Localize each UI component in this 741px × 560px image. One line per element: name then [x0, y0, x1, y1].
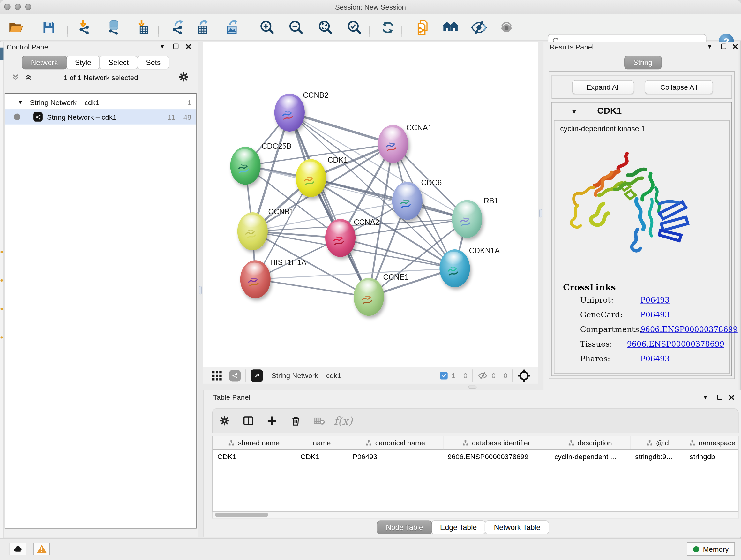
expand-all-button[interactable]: Expand All [572, 80, 634, 94]
toolbar-separator [369, 18, 369, 37]
column-header[interactable]: @id [630, 436, 685, 450]
tab-style[interactable]: Style [66, 56, 100, 69]
right-splitter-handle[interactable] [539, 209, 542, 218]
table-cell[interactable]: 9606.ENSP00000378699 [443, 450, 550, 463]
tab-edge-table[interactable]: Edge Table [431, 520, 486, 534]
save-session-icon[interactable] [39, 18, 58, 37]
table-settings-gear-icon[interactable] [212, 416, 236, 426]
column-header[interactable]: canonical name [348, 436, 443, 450]
network-node-CCNE1[interactable] [354, 278, 384, 316]
zoom-in-icon[interactable] [258, 18, 277, 37]
network-node-CCNA1[interactable] [378, 125, 408, 163]
network-tree: ▼ String Network – cdk1 1 String Network… [5, 93, 197, 529]
crosslink-link[interactable]: 9606.ENSP00000378699 [627, 340, 724, 349]
protein-thumbnail [445, 262, 464, 281]
column-header[interactable]: description [550, 436, 630, 450]
table-cell[interactable]: stringdb [685, 450, 738, 463]
float-panel-icon[interactable] [718, 395, 723, 400]
crosslink-link[interactable]: 9606.ENSP00000378699 [641, 325, 738, 334]
selected-checkbox-icon[interactable] [440, 372, 448, 379]
network-collection-row[interactable]: ▼ String Network – cdk1 1 [5, 95, 196, 110]
table-cell[interactable]: P06493 [348, 450, 443, 463]
tab-string[interactable]: String [624, 56, 662, 69]
network-view-share-icon[interactable] [229, 370, 241, 381]
show-column-icon[interactable] [237, 415, 260, 427]
collapse-panel-icon[interactable]: ▼ [703, 394, 709, 401]
node-table[interactable]: shared namenamecanonical namedatabase id… [212, 436, 739, 512]
detach-view-icon[interactable] [251, 369, 263, 382]
column-header[interactable]: shared name [212, 436, 295, 450]
network-row[interactable]: String Network – cdk1 11 48 [5, 109, 196, 125]
node-label-CDKN1A: CDKN1A [469, 246, 500, 255]
zoom-selected-icon[interactable] [345, 18, 364, 37]
network-canvas[interactable]: CCNB2CCNA1CDC25BCDK1CDC6RB1CCNB1CCNA2CDK… [203, 42, 538, 367]
zoom-out-icon[interactable] [286, 18, 306, 37]
collection-expand-icon[interactable]: ▼ [17, 99, 23, 105]
column-label: namespace [698, 439, 735, 447]
open-file-icon[interactable] [6, 18, 25, 37]
tab-sets[interactable]: Sets [137, 56, 170, 69]
export-image-icon[interactable] [223, 18, 242, 37]
close-panel-icon[interactable] [186, 44, 192, 50]
column-header[interactable]: namespace [685, 436, 738, 450]
crosslink-link[interactable]: P06493 [641, 310, 670, 319]
cloud-button[interactable] [10, 543, 26, 555]
export-network-icon[interactable] [169, 18, 188, 37]
left-splitter-handle[interactable] [199, 286, 202, 294]
network-node-CDC6[interactable] [392, 182, 422, 220]
table-cell[interactable]: stringdb:9... [630, 450, 685, 463]
network-node-HIST1H1A[interactable] [240, 260, 271, 298]
table-row[interactable]: CDK1CDK1P064939606.ENSP00000378699cyclin… [212, 450, 738, 463]
tab-node-table[interactable]: Node Table [377, 520, 432, 534]
tab-network-table[interactable]: Network Table [485, 520, 549, 534]
table-toolbar: f(x) [212, 408, 739, 433]
export-table-icon[interactable] [194, 18, 213, 37]
crosslink-label: Compartments: [580, 325, 641, 334]
tab-network[interactable]: Network [22, 56, 67, 69]
network-node-RB1[interactable] [452, 200, 482, 238]
close-panel-icon[interactable] [729, 395, 734, 400]
close-panel-icon[interactable] [732, 44, 738, 50]
crosslink-link[interactable]: P06493 [641, 295, 670, 304]
column-header[interactable]: name [296, 436, 348, 450]
network-node-CDKN1A[interactable] [440, 249, 470, 287]
bottom-splitter-handle[interactable] [468, 386, 477, 388]
collapse-panel-icon[interactable]: ▼ [159, 43, 165, 50]
warnings-button[interactable] [33, 543, 50, 555]
delete-table-icon [308, 415, 331, 427]
table-cell[interactable]: CDK1 [212, 450, 295, 463]
network-node-CDC25B[interactable] [230, 147, 260, 185]
delete-column-icon[interactable] [284, 415, 308, 427]
network-node-CCNB2[interactable] [274, 94, 305, 132]
network-from-selection-icon[interactable] [414, 18, 433, 37]
section-collapse-icon[interactable]: ▼ [571, 108, 577, 115]
network-options-gear-icon[interactable] [179, 72, 189, 82]
show-all-icon[interactable] [497, 18, 516, 37]
float-panel-icon[interactable] [173, 44, 179, 49]
memory-button[interactable]: Memory [687, 543, 735, 556]
float-panel-icon[interactable] [721, 44, 726, 49]
table-cell[interactable]: CDK1 [296, 450, 348, 463]
column-header[interactable]: database identifier [443, 436, 550, 450]
crosslink-link[interactable]: P06493 [641, 354, 670, 363]
scrollbar-thumb[interactable] [215, 513, 268, 517]
network-node-CCNB1[interactable] [238, 212, 268, 250]
add-column-icon[interactable] [260, 415, 284, 427]
network-node-count: 11 [168, 113, 175, 121]
import-table-file-icon[interactable] [133, 18, 152, 37]
hide-selection-icon[interactable] [469, 18, 488, 37]
birds-eye-view-icon[interactable] [517, 369, 531, 382]
grid-view-icon[interactable] [211, 370, 223, 381]
collapse-panel-icon[interactable]: ▼ [707, 43, 713, 50]
table-cell[interactable]: cyclin-dependent ... [550, 450, 630, 463]
first-neighbors-icon[interactable] [441, 18, 460, 37]
collapse-all-button[interactable]: Collapse All [645, 80, 713, 94]
network-node-CDK1[interactable] [296, 159, 326, 197]
table-horizontal-scrollbar[interactable] [212, 512, 739, 519]
apply-layout-icon[interactable] [379, 18, 398, 37]
network-node-CCNA2[interactable] [325, 219, 355, 257]
import-network-file-icon[interactable] [75, 18, 94, 37]
import-network-database-icon[interactable] [105, 18, 124, 37]
zoom-fit-icon[interactable] [316, 18, 335, 37]
tab-select[interactable]: Select [99, 56, 138, 69]
